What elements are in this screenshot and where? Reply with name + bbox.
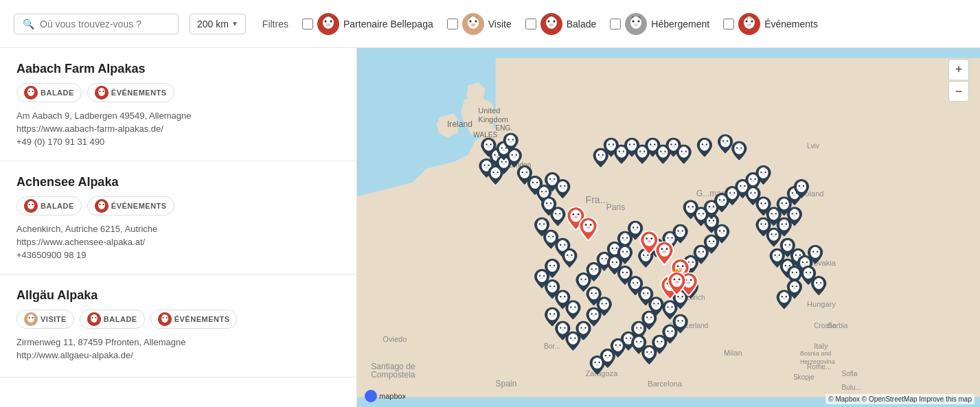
listing-title: Aabach Farm Alpakas	[16, 62, 340, 76]
map-svg: Ireland United Kingdom WALES ENG. Cardif…	[357, 48, 980, 407]
tag-visite: VISITE	[16, 310, 74, 329]
svg-text:Italy: Italy	[814, 342, 828, 350]
filter-visite[interactable]: Visite	[447, 13, 512, 35]
filter-partenaire-icon	[317, 13, 339, 35]
svg-text:Lviv: Lviv	[807, 142, 819, 150]
balade-tag-icon	[24, 86, 38, 100]
svg-point-3	[330, 20, 332, 22]
listing-url: http://www.allgaeu-alpaka.de/	[16, 350, 340, 360]
filter-balade[interactable]: Balade	[525, 13, 597, 35]
svg-text:Bor...: Bor...	[544, 342, 560, 350]
svg-point-22	[746, 20, 748, 22]
mapbox-logo: mapbox	[364, 389, 405, 403]
svg-text:Barcelona: Barcelona	[648, 380, 683, 388]
svg-text:Kingdom: Kingdom	[478, 115, 508, 124]
svg-point-28	[32, 91, 34, 92]
svg-text:mapbox: mapbox	[379, 392, 405, 400]
filter-partenaire[interactable]: Partenaire Bellepaga	[302, 13, 433, 35]
filter-visite-checkbox[interactable]	[447, 19, 458, 30]
listing-card: Aabach Farm Alpakas BALADE ÉVÉNEMENTS	[0, 48, 356, 161]
app-container: 🔍 200 km ▼ Filtres Partenaire Bellepaga	[0, 0, 980, 407]
filter-hebergement-label: Hébergement	[651, 19, 709, 30]
toolbar: 🔍 200 km ▼ Filtres Partenaire Bellepaga	[0, 0, 980, 48]
tag-evenements-label: ÉVÉNEMENTS	[174, 315, 230, 323]
svg-text:WALES: WALES	[473, 131, 497, 139]
map-attribution: © Mapbox © OpenStreetMap Improve this ma…	[825, 394, 975, 404]
visite-tag-icon	[24, 312, 38, 326]
zoom-out-button[interactable]: −	[948, 81, 969, 102]
filter-evenements-checkbox[interactable]	[723, 19, 734, 30]
tag-visite-label: VISITE	[41, 315, 67, 323]
balade-tag-icon	[87, 312, 101, 326]
filter-visite-icon	[462, 13, 484, 35]
svg-point-23	[751, 20, 753, 22]
listing-card: Achensee Alpaka BALADE ÉVÉNEMENTS	[0, 161, 356, 275]
svg-point-34	[27, 201, 34, 209]
svg-text:ENG.: ENG.	[496, 124, 513, 132]
svg-text:Paris: Paris	[606, 202, 626, 212]
listing-phone: +49 (0) 170 91 31 490	[16, 137, 340, 147]
evenements-tag-icon	[158, 312, 172, 326]
svg-point-48	[95, 317, 96, 318]
listing-tags: BALADE ÉVÉNEMENTS	[16, 196, 340, 216]
tag-evenements: ÉVÉNEMENTS	[150, 310, 238, 329]
svg-text:Zaragoza: Zaragoza	[586, 369, 619, 377]
tag-balade: BALADE	[16, 83, 82, 102]
svg-text:Skopje: Skopje	[793, 373, 814, 381]
svg-point-4	[326, 23, 330, 26]
filter-partenaire-checkbox[interactable]	[302, 19, 313, 30]
filters-label: Filtres	[262, 19, 288, 30]
tag-balade-label: BALADE	[41, 202, 74, 210]
svg-point-31	[99, 91, 100, 92]
listing-title: Achensee Alpaka	[16, 175, 340, 189]
svg-text:Sofia: Sofia	[841, 370, 857, 377]
distance-value: 200 km	[197, 19, 229, 30]
sidebar: Aabach Farm Alpakas BALADE ÉVÉNEMENTS	[0, 48, 357, 407]
svg-point-26	[27, 88, 34, 96]
tag-evenements: ÉVÉNEMENTS	[87, 196, 174, 216]
filter-evenements-label: Événements	[764, 19, 818, 30]
search-input[interactable]	[40, 19, 170, 30]
zoom-in-button[interactable]: +	[948, 59, 969, 80]
svg-point-38	[98, 201, 105, 209]
svg-point-19	[634, 23, 638, 26]
listing-address: Zirmenweg 11, 87459 Pfronten, Allemagne	[16, 337, 340, 347]
filter-balade-icon	[540, 13, 562, 35]
svg-point-32	[102, 91, 104, 92]
map-controls: + −	[948, 59, 969, 102]
search-wrapper[interactable]: 🔍	[14, 14, 179, 34]
svg-point-14	[549, 23, 554, 26]
filter-hebergement-checkbox[interactable]	[610, 19, 621, 30]
filter-hebergement-icon	[625, 13, 647, 35]
distance-select[interactable]: 200 km ▼	[190, 14, 246, 34]
filter-visite-label: Visite	[488, 19, 512, 30]
svg-point-36	[32, 204, 34, 205]
chevron-down-icon: ▼	[231, 20, 238, 27]
svg-point-44	[32, 317, 34, 318]
svg-point-51	[162, 317, 163, 318]
main-content: Aabach Farm Alpakas BALADE ÉVÉNEMENTS	[0, 48, 980, 407]
listing-url: https://www.aabach-farm-alpakas.de/	[16, 124, 340, 134]
svg-point-9	[471, 23, 475, 26]
svg-point-17	[633, 20, 635, 22]
tag-evenements: ÉVÉNEMENTS	[87, 83, 174, 102]
svg-point-46	[91, 314, 98, 323]
svg-point-13	[553, 20, 555, 22]
svg-point-18	[638, 20, 640, 22]
balade-tag-icon	[24, 199, 38, 213]
filter-balade-checkbox[interactable]	[525, 19, 536, 30]
svg-point-2	[324, 20, 326, 22]
svg-point-47	[91, 317, 93, 318]
filter-evenements[interactable]: Événements	[723, 13, 818, 35]
search-icon: 🔍	[23, 19, 34, 30]
map-area[interactable]: Ireland United Kingdom WALES ENG. Cardif…	[357, 48, 980, 407]
svg-point-100	[365, 390, 377, 402]
svg-text:Bosnia and: Bosnia and	[800, 350, 831, 357]
svg-text:Hungary: Hungary	[807, 300, 836, 308]
filter-evenements-icon	[738, 13, 760, 35]
filter-hebergement[interactable]: Hébergement	[610, 13, 709, 35]
filter-balade-label: Balade	[567, 19, 597, 30]
tag-balade: BALADE	[80, 310, 145, 329]
listing-url: https://www.achensee-alpaka.at/	[16, 237, 340, 247]
evenements-tag-icon	[95, 86, 109, 100]
